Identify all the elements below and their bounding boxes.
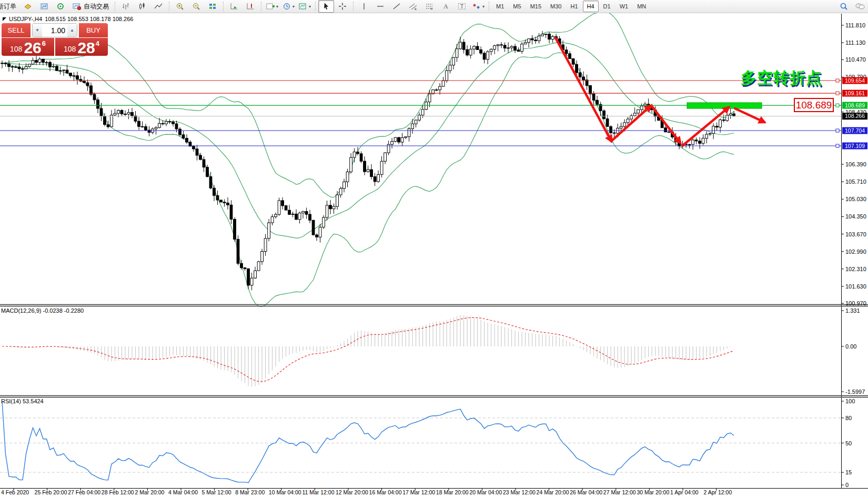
price-badges: 109.654109.161108.689107.704107.109108.2… [842,77,867,150]
trend-arrow[interactable] [611,106,651,141]
svg-text:102.990: 102.990 [845,248,866,255]
price-badge[interactable] [842,102,867,109]
equidistant-channel-icon[interactable]: E [405,0,421,13]
level-handle[interactable] [836,144,839,147]
lot-size-input[interactable] [42,24,67,37]
timeframe-button-H1[interactable]: H1 [566,1,582,12]
chart-symbol-period: USDJPY-,H4 [9,16,42,22]
lot-increase-button[interactable]: ▲ [67,24,77,37]
line-chart-icon[interactable] [150,0,166,13]
ask-price[interactable]: 108 28 4 [55,38,108,56]
svg-text:16 Mar 04:00: 16 Mar 04:00 [369,489,402,495]
svg-text:106.390: 106.390 [845,161,866,167]
svg-text:111.130: 111.130 [845,39,865,46]
trend-arrow[interactable] [682,107,729,146]
ask-big-digits: 28 [77,41,95,55]
vertical-line-icon[interactable] [356,0,372,13]
svg-text:-1.5997: -1.5997 [845,389,865,395]
price-badge[interactable] [842,90,867,97]
lot-decrease-button[interactable]: ▼ [33,24,42,37]
periods-button[interactable]: ▾ [280,0,296,13]
macd-layer [2,315,734,387]
chart-ohlc: 108.515 108.553 108.178 108.266 [45,16,133,22]
market-watch-icon[interactable] [36,0,52,13]
signals-icon[interactable] [53,0,68,13]
price-badge[interactable] [842,77,867,84]
svg-text:100.970: 100.970 [845,300,866,306]
timeframe-button-M15[interactable]: M15 [526,1,546,12]
toolbar-separator [223,2,224,11]
level-handle[interactable] [836,104,839,107]
zoom-in-icon[interactable] [172,0,188,13]
autotrading-button[interactable]: 自动交易 [69,0,112,13]
arrows-button[interactable]: ▾ [470,0,486,13]
svg-text:20 Mar 04:00: 20 Mar 04:00 [469,489,502,495]
level-handle[interactable] [836,79,839,82]
svg-text:100: 100 [845,398,855,404]
text-icon[interactable]: A [438,0,453,13]
arrows-icon [472,2,481,11]
crosshair-icon[interactable] [335,0,350,13]
svg-text:102.310: 102.310 [845,266,866,272]
timeframe-button-W1[interactable]: W1 [615,1,633,12]
svg-text:8 Mar 23:00: 8 Mar 23:00 [235,489,265,495]
zoom-out-icon[interactable] [188,0,204,13]
new-order-button[interactable]: 新订单 [0,0,19,13]
price-badge[interactable] [842,143,867,150]
svg-text:108.430: 108.430 [845,109,866,115]
level-handle[interactable] [836,92,839,95]
pivot-annotation-text[interactable]: 多空转折点 [741,67,822,89]
svg-text:5 Mar 12:00: 5 Mar 12:00 [202,489,231,495]
search-icon[interactable] [836,0,852,13]
timeframe-button-H4[interactable]: H4 [583,1,599,12]
sell-button[interactable]: SELL [2,23,31,37]
pivot-rect-annotation[interactable] [687,103,762,108]
autotrading-label: 自动交易 [84,2,109,11]
trendline-icon[interactable] [389,0,405,13]
tile-windows-icon[interactable] [205,0,220,13]
chart-title: USDJPY-,H4 108.515 108.553 108.178 108.2… [3,16,133,22]
price-badge[interactable] [842,113,867,120]
candlesticks-icon[interactable] [134,0,150,13]
chart-canvas[interactable]: 111.810111.130110.470109.790108.430106.3… [0,0,868,497]
svg-text:24 Mar 20:00: 24 Mar 20:00 [537,489,569,495]
buy-button[interactable]: BUY [79,23,108,37]
chart-shift-icon[interactable] [243,0,258,13]
svg-text:T: T [460,4,463,9]
svg-text:110.470: 110.470 [845,56,866,63]
new-order-label: 新订单 [0,2,16,11]
level-handle[interactable] [836,129,839,132]
bars-chart-icon[interactable] [118,0,134,13]
timeframe-button-M5[interactable]: M5 [509,1,525,12]
timeframe-button-D1[interactable]: D1 [599,1,615,12]
timeframe-button-M30[interactable]: M30 [546,1,566,12]
trend-arrow[interactable] [652,107,680,143]
svg-text:103.670: 103.670 [845,231,866,237]
fibonacci-icon[interactable]: F [421,0,437,13]
auto-scroll-icon[interactable] [226,0,242,13]
bid-price[interactable]: 108 26 6 [2,38,54,56]
text-label-icon[interactable]: T [454,0,470,13]
svg-text:27 Mar 12:00: 27 Mar 12:00 [603,489,636,495]
indicators-button[interactable]: ▾ [264,0,280,13]
trend-arrow[interactable] [556,38,611,141]
svg-text:2 Mar 20:00: 2 Mar 20:00 [135,489,164,495]
price-level-callout[interactable]: 108.689 [794,98,834,112]
price-badge[interactable] [842,127,867,134]
timeframe-button-MN[interactable]: MN [633,1,650,12]
trend-arrow[interactable] [735,108,764,122]
cursor-icon[interactable] [318,0,334,13]
svg-text:104.350: 104.350 [845,213,866,220]
price-levels [0,79,841,147]
chat-icon[interactable] [852,0,868,13]
svg-text:0.00: 0.00 [845,343,856,350]
svg-text:109.790: 109.790 [845,74,866,80]
svg-text:2 Apr 12:00: 2 Apr 12:00 [704,489,732,495]
timeframe-button-M1[interactable]: M1 [492,1,508,12]
svg-text:28 Feb 12:00: 28 Feb 12:00 [102,489,134,495]
toolbar-separator [315,2,316,11]
new-order-icon[interactable] [20,0,36,13]
horizontal-line-icon[interactable] [372,0,388,13]
templates-button[interactable]: ▾ [297,0,312,13]
svg-text:107.704: 107.704 [845,127,865,134]
